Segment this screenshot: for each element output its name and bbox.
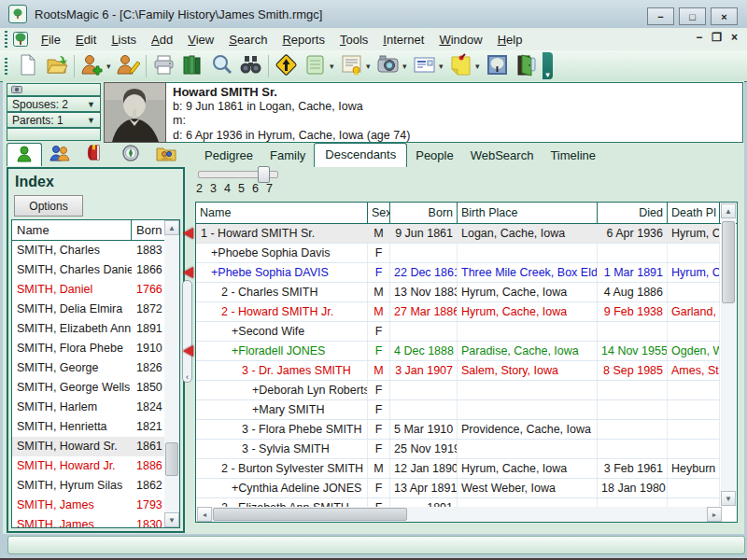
tab-pedigree[interactable]: Pedigree <box>196 145 261 167</box>
mdi-close-button[interactable]: × <box>731 31 738 44</box>
mail-button[interactable] <box>410 52 439 79</box>
generation-label-4[interactable]: 4 <box>220 182 234 195</box>
tab-people[interactable]: People <box>407 145 461 167</box>
spouses-dropdown[interactable]: Spouses: 2 ▼ <box>7 96 101 112</box>
sidebar-tab-places-compass[interactable] <box>113 143 148 166</box>
descendant-row[interactable]: +Mary SMITHF <box>196 400 720 420</box>
reports-button[interactable] <box>178 52 207 79</box>
index-row[interactable]: SMITH, Flora Phebe1910 <box>12 339 164 358</box>
toolbar-overflow-button[interactable]: ▾ <box>543 52 553 79</box>
descendant-row[interactable]: +Phebe Sophia DAVISF22 Dec 1861Three Mil… <box>196 263 720 283</box>
dropdown-arrow-icon[interactable]: ▾ <box>402 62 410 71</box>
table-col-death-pl[interactable]: Death Pl <box>668 203 720 223</box>
table-vscrollbar-thumb[interactable] <box>722 221 735 303</box>
generation-label-6[interactable]: 6 <box>248 182 262 195</box>
table-hscrollbar-thumb[interactable] <box>213 508 407 521</box>
index-row[interactable]: SMITH, James1793 <box>12 496 164 515</box>
index-row[interactable]: SMITH, Daniel1766 <box>12 280 164 300</box>
sidebar-tab-groups-folder[interactable] <box>148 143 184 166</box>
generation-label-7[interactable]: 7 <box>262 182 276 195</box>
scroll-up-icon[interactable]: ▲ <box>164 220 179 235</box>
generation-label-3[interactable]: 3 <box>206 182 220 195</box>
toolbar-grip2[interactable] <box>5 58 7 75</box>
generations-slider-thumb[interactable] <box>258 166 270 183</box>
table-col-birth-place[interactable]: Birth Place <box>458 203 598 223</box>
table-col-name[interactable]: Name <box>196 203 368 223</box>
index-col-born[interactable]: Born <box>132 220 165 240</box>
menu-window[interactable]: Window <box>431 30 489 49</box>
menu-reports[interactable]: Reports <box>275 30 332 49</box>
scroll-left-icon[interactable]: ◂ <box>197 507 212 522</box>
dropdown-arrow-icon[interactable]: ▾ <box>475 62 483 71</box>
scroll-down-icon[interactable]: ▼ <box>721 491 736 506</box>
mdi-minimize-button[interactable]: − <box>696 31 702 44</box>
tab-descendants[interactable]: Descendants <box>314 143 407 167</box>
scroll-down-icon[interactable]: ▼ <box>164 512 179 527</box>
guidance-sign-button[interactable] <box>272 52 301 79</box>
edit-person-button[interactable] <box>114 52 143 79</box>
descendant-row[interactable]: 3 - Dr. James SMITHM3 Jan 1907Salem, Sto… <box>196 361 720 381</box>
descendant-row[interactable]: 2 - Howard SMITH Jr.M27 Mar 1886Hyrum, C… <box>196 302 720 322</box>
parents-dropdown[interactable]: Parents: 1 ▼ <box>7 112 101 128</box>
maximize-button[interactable]: □ <box>679 7 706 25</box>
dropdown-arrow-icon[interactable]: ▾ <box>366 62 374 71</box>
sidebar-tab-person[interactable] <box>7 143 42 166</box>
descendant-row[interactable]: 2 - Burton Sylvester SMITHM12 Jan 1890Hy… <box>196 459 720 479</box>
descendant-row[interactable]: +Cynthia Adeline JONESF13 Apr 1891West W… <box>196 479 720 498</box>
options-button[interactable]: Options <box>14 195 83 217</box>
menu-internet[interactable]: Internet <box>375 30 431 49</box>
dropdown-arrow-icon[interactable]: ▾ <box>330 62 337 71</box>
index-row[interactable]: SMITH, Harlem1824 <box>12 398 164 417</box>
index-row[interactable]: SMITH, Howard Sr.1861 <box>12 437 164 456</box>
summary-media-box[interactable] <box>7 83 101 96</box>
exit-door-button[interactable] <box>512 52 541 79</box>
person-portrait[interactable] <box>104 82 166 143</box>
menu-tools[interactable]: Tools <box>332 30 375 49</box>
descendant-row[interactable]: 2 - Charles SMITHM13 Nov 1883Hyrum, Cach… <box>196 283 720 302</box>
sidebar-splitter[interactable]: ‹ <box>182 280 192 383</box>
close-button[interactable]: × <box>711 7 738 25</box>
generations-slider[interactable] <box>198 171 278 178</box>
descendant-row[interactable]: 2 - Elizabeth Ann SMITHF1891 <box>196 498 720 507</box>
descendant-row[interactable]: +Phoebe Sophia DavisF <box>196 244 720 263</box>
find-binoculars-button[interactable] <box>236 52 265 79</box>
dropdown-arrow-icon[interactable]: ▾ <box>439 62 446 71</box>
scroll-up-icon[interactable]: ▲ <box>721 203 736 218</box>
table-vscrollbar[interactable]: ▲ ▼ <box>721 203 736 506</box>
index-row[interactable]: SMITH, George1826 <box>12 358 164 378</box>
index-scrollbar-thumb[interactable] <box>165 442 178 476</box>
sidebar-tab-bookmarks[interactable] <box>78 143 113 166</box>
menu-view[interactable]: View <box>180 30 221 49</box>
tab-websearch[interactable]: WebSearch <box>462 145 543 167</box>
media-camera-button[interactable] <box>374 52 402 79</box>
menu-add[interactable]: Add <box>144 30 180 49</box>
sidebar-tab-people[interactable] <box>42 143 78 166</box>
search-button[interactable] <box>207 52 236 79</box>
scroll-right-icon[interactable]: ▸ <box>707 507 722 522</box>
index-row[interactable]: SMITH, Delia Elmira1872 <box>12 300 164 319</box>
new-file-button[interactable] <box>13 52 42 79</box>
index-row[interactable]: SMITH, Howard Jr.1886 <box>12 456 164 476</box>
sources-certificate-button[interactable] <box>337 52 366 79</box>
descendant-row[interactable]: +Second WifeF <box>196 322 720 342</box>
notes-button[interactable] <box>301 52 330 79</box>
table-hscrollbar[interactable]: ◂ ▸ <box>197 507 722 522</box>
descendant-row[interactable]: +Deborah Lyn RobertsF <box>196 381 720 400</box>
table-col-born[interactable]: Born <box>390 203 458 223</box>
index-row[interactable]: SMITH, Charles Daniel1866 <box>12 260 164 280</box>
menu-lists[interactable]: Lists <box>104 30 144 49</box>
table-col-died[interactable]: Died <box>598 203 668 223</box>
descendant-row[interactable]: 3 - Flora Phebe SMITHF5 Mar 1910Providen… <box>196 420 720 440</box>
open-file-button[interactable] <box>42 52 71 79</box>
menu-search[interactable]: Search <box>221 30 275 49</box>
index-col-name[interactable]: Name <box>12 220 132 240</box>
dropdown-arrow-icon[interactable]: ▾ <box>106 62 114 71</box>
table-col-sex[interactable]: Sex <box>368 203 390 223</box>
generation-label-2[interactable]: 2 <box>192 182 206 195</box>
generation-label-5[interactable]: 5 <box>234 182 248 195</box>
menu-edit[interactable]: Edit <box>68 30 104 49</box>
minimize-button[interactable]: − <box>647 7 674 25</box>
descendant-row[interactable]: 1 - Howard SMITH Sr.M9 Jun 1861Logan, Ca… <box>196 224 720 244</box>
toolbar-grip[interactable] <box>5 31 7 48</box>
index-row[interactable]: SMITH, George Wells1850 <box>12 378 164 398</box>
